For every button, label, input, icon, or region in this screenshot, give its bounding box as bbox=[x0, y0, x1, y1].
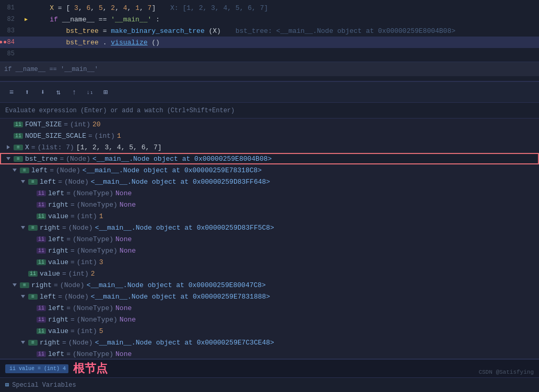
var-type-label-right1: (Node) bbox=[60, 281, 85, 289]
var-row-lll-val[interactable]: ii value = (int) 1 bbox=[0, 210, 539, 222]
var-row-llr-right[interactable]: ii right = (NoneType) None bbox=[0, 245, 539, 256]
toolbar-btn-menu[interactable]: ≡ bbox=[5, 86, 18, 99]
var-type-rlr-left: ii bbox=[37, 351, 46, 357]
toolbar-btn-filter[interactable]: ↓₁ bbox=[84, 86, 96, 99]
special-vars-icon: ⊞ bbox=[5, 381, 9, 389]
var-type-label-leftleft: (Node) bbox=[64, 178, 89, 186]
var-row-node-size-scale[interactable]: ii NODE_SIZE_SCALE = (int) 1 bbox=[0, 130, 539, 141]
var-val-node-size: 1 bbox=[117, 132, 121, 140]
expand-down-rlleft bbox=[19, 292, 27, 301]
expand-down-rlright bbox=[19, 338, 27, 347]
var-eq-ll-val: = bbox=[62, 270, 66, 278]
var-name-llr-right: right bbox=[48, 247, 68, 255]
var-row-ll-val[interactable]: ii value = (int) 2 bbox=[0, 268, 539, 279]
line-content-81: X = [ 3, 6, 5, 2, 4, 1, 7] X: [1, 2, 3, … bbox=[31, 4, 539, 12]
var-val-ll-val: 2 bbox=[91, 270, 95, 278]
var-row-rl-left[interactable]: ≡ left = (Node) <__main__.Node object at… bbox=[0, 291, 539, 302]
expand-none-rlr-left bbox=[27, 350, 36, 358]
var-eq-rlr-left: = bbox=[66, 350, 71, 358]
toolbar-btn-grid[interactable]: ⊞ bbox=[99, 86, 112, 99]
expand-none-rll-val bbox=[27, 327, 36, 335]
var-val-rll-right: None bbox=[120, 316, 136, 324]
var-val-lll-val: 1 bbox=[99, 212, 103, 220]
var-type-rlleft: ≡ bbox=[28, 294, 38, 300]
toolbar-btn-updown[interactable]: ⇅ bbox=[52, 86, 65, 99]
var-X: X bbox=[50, 4, 54, 12]
var-val-llr-left: None bbox=[115, 235, 132, 243]
line-num-85: 85 bbox=[0, 50, 21, 57]
toolbar-btn-up2[interactable]: ↑ bbox=[68, 86, 80, 99]
var-type-label-font-size: (int) bbox=[70, 121, 90, 128]
var-name-left1: left bbox=[31, 167, 48, 174]
special-vars-label: Special Variables bbox=[12, 382, 76, 389]
var-row-font-size[interactable]: ii FONT_SIZE = (int) 20 bbox=[0, 118, 539, 130]
var-type-label-rlright: (Node) bbox=[68, 339, 93, 347]
var-row-lll-right[interactable]: ii right = (NoneType) None bbox=[0, 199, 539, 210]
var-type-rll-left: ii bbox=[37, 305, 46, 311]
var-val-left1: <__main__.Node object at 0x00000259E7831… bbox=[83, 167, 262, 174]
var-eq-leftleft: = bbox=[58, 178, 62, 186]
var-eq-llr-right: = bbox=[71, 247, 75, 255]
code-editor: 81 X = [ 3, 6, 5, 2, 4, 1, 7] X: [1, 2, … bbox=[0, 0, 539, 82]
code-lines: 81 X = [ 3, 6, 5, 2, 4, 1, 7] X: [1, 2, … bbox=[0, 0, 539, 62]
expand-down-left1 bbox=[10, 166, 19, 174]
var-name-ll-val: value bbox=[40, 270, 60, 278]
var-row-bst-tree[interactable]: ≡ bst_tree = (Node) <__main__.Node objec… bbox=[0, 153, 539, 164]
var-eq-rlright: = bbox=[62, 339, 66, 347]
var-row-llr-left[interactable]: ii left = (NoneType) None bbox=[0, 233, 539, 245]
var-type-rll-right: ii bbox=[37, 317, 46, 323]
debug-section: ≡ ⬆ ⬇ ⇅ ↑ ↓₁ ⊞ Evaluate expression (Ente… bbox=[0, 82, 539, 392]
var-row-lll-left[interactable]: ii left = (NoneType) None bbox=[0, 187, 539, 199]
var-row-rll-right[interactable]: ii right = (NoneType) None bbox=[0, 314, 539, 325]
toolbar-btn-down1[interactable]: ⬇ bbox=[37, 86, 49, 99]
var-eq-right1: = bbox=[54, 281, 58, 289]
line-icon-82: ▶ bbox=[21, 16, 31, 22]
code-line-81: 81 X = [ 3, 6, 5, 2, 4, 1, 7] X: [1, 2, … bbox=[0, 2, 539, 14]
line-num-81: 81 bbox=[0, 4, 21, 11]
debug-toolbar: ≡ ⬆ ⬇ ⇅ ↑ ↓₁ ⊞ bbox=[0, 82, 539, 103]
var-row-left-1[interactable]: ≡ left = (Node) <__main__.Node object at… bbox=[0, 164, 539, 176]
var-type-x: ≡ bbox=[14, 145, 23, 150]
var-row-x[interactable]: ≡ X = (list: 7) [1, 2, 3, 4, 5, 6, 7] bbox=[0, 141, 539, 153]
var-eq-lll-left: = bbox=[66, 189, 71, 197]
var-type-lll-val: ii bbox=[37, 213, 46, 219]
var-val-right1: <__main__.Node object at 0x00000259E8004… bbox=[87, 281, 266, 289]
expand-down-bst bbox=[4, 155, 13, 163]
var-name-rlr-left: left bbox=[48, 350, 64, 358]
var-eq-rll-right: = bbox=[71, 316, 75, 324]
var-eq-llr-left: = bbox=[66, 235, 71, 243]
var-eq-lll-right: = bbox=[71, 201, 75, 209]
var-type-label-lll-val: (int) bbox=[77, 212, 97, 220]
var-row-rll-left[interactable]: ii left = (NoneType) None bbox=[0, 302, 539, 314]
var-val-x: [1, 2, 3, 4, 5, 6, 7] bbox=[76, 144, 162, 151]
var-type-left1: ≡ bbox=[20, 168, 29, 173]
watch-bar[interactable]: Evaluate expression (Enter) or add a wat… bbox=[0, 103, 539, 118]
line-content-83: bst_tree = make_binary_search_tree (X) b… bbox=[31, 27, 539, 35]
var-row-rll-val[interactable]: ii value = (int) 5 bbox=[0, 325, 539, 337]
var-type-label-rlleft: (Node) bbox=[64, 293, 89, 301]
var-row-right-1[interactable]: ≡ right = (Node) <__main__.Node object a… bbox=[0, 279, 539, 291]
var-type-llright: ≡ bbox=[28, 225, 38, 231]
var-type-label-node-size: (int) bbox=[95, 132, 115, 140]
var-row-rl-right[interactable]: ≡ right = (Node) <__main__.Node object a… bbox=[0, 337, 539, 348]
line-content-82: if __name__ == '__main__' : bbox=[31, 16, 539, 23]
var-type-label-lll-left: (NoneType) bbox=[73, 189, 113, 197]
var-name-rll-left: left bbox=[48, 304, 64, 312]
toolbar-btn-up1[interactable]: ⬆ bbox=[21, 86, 33, 99]
special-vars-bar[interactable]: ⊞ Special Variables bbox=[0, 377, 539, 392]
expand-none-2 bbox=[4, 132, 13, 140]
var-name-node-size: NODE_SIZE_SCALE bbox=[25, 132, 86, 140]
expand-right-x bbox=[4, 143, 13, 151]
var-row-rlr-left[interactable]: ii left = (NoneType) None bbox=[0, 348, 539, 359]
var-val-llr-val: 3 bbox=[99, 258, 103, 266]
var-row-ll-right[interactable]: ≡ right = (Node) <__main__.Node object a… bbox=[0, 222, 539, 233]
var-row-left-left[interactable]: ≡ left = (Node) <__main__.Node object at… bbox=[0, 176, 539, 187]
var-val-rlr-left: None bbox=[115, 350, 132, 358]
root-label: 根节点 bbox=[73, 361, 108, 376]
main-container: 81 X = [ 3, 6, 5, 2, 4, 1, 7] X: [1, 2, … bbox=[0, 0, 539, 392]
var-type-label-ll-val: (int) bbox=[68, 270, 89, 278]
line-num-83: 83 bbox=[0, 27, 21, 34]
var-name-bst: bst_tree bbox=[25, 155, 57, 163]
var-row-llr-val[interactable]: ii value = (int) 3 bbox=[0, 256, 539, 268]
var-val-bst: <__main__.Node object at 0x00000259E8004… bbox=[92, 155, 272, 163]
